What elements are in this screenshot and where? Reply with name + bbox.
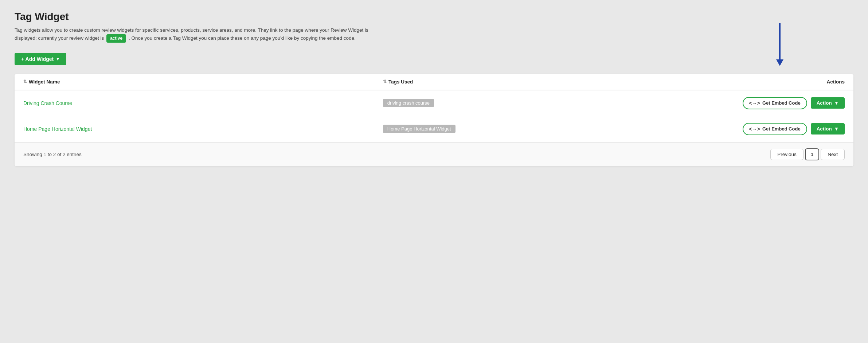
get-embed-code-button[interactable]: <→> Get Embed Code — [743, 97, 807, 109]
embed-icon: <→> — [749, 100, 760, 106]
page-number-button[interactable]: 1 — [805, 148, 820, 160]
pagination: Previous 1 Next — [770, 148, 845, 160]
widget-table: ⇅ Widget Name ⇅ Tags Used Actions Drivin… — [15, 74, 853, 166]
table-row: Home Page Horizontal Widget Home Page Ho… — [15, 116, 853, 142]
active-badge: active — [106, 34, 126, 43]
page-description: Tag widgets allow you to create custom r… — [15, 26, 379, 43]
row-actions: <→> Get Embed Code Action ▼ — [743, 97, 845, 109]
add-widget-button[interactable]: + Add Widget ▼ — [15, 53, 66, 65]
sort-icon: ⇅ — [23, 79, 27, 84]
sort-icon-tags: ⇅ — [383, 79, 387, 84]
chevron-down-icon: ▼ — [834, 126, 839, 132]
table-footer: Showing 1 to 2 of 2 entries Previous 1 N… — [15, 142, 853, 166]
embed-icon: <→> — [749, 126, 760, 132]
tags-cell: Home Page Horizontal Widget — [383, 125, 743, 133]
showing-entries-text: Showing 1 to 2 of 2 entries — [23, 152, 82, 157]
col-header-actions: Actions — [743, 79, 845, 85]
action-button[interactable]: Action ▼ — [811, 123, 845, 135]
tag-badge: Home Page Horizontal Widget — [383, 125, 455, 133]
row-actions: <→> Get Embed Code Action ▼ — [743, 123, 845, 135]
col-header-tags-used: ⇅ Tags Used — [383, 79, 743, 85]
previous-button[interactable]: Previous — [770, 149, 804, 160]
action-button[interactable]: Action ▼ — [811, 97, 845, 109]
get-embed-code-button[interactable]: <→> Get Embed Code — [743, 123, 807, 135]
chevron-down-icon: ▼ — [56, 57, 60, 61]
table-header: ⇅ Widget Name ⇅ Tags Used Actions — [15, 74, 853, 90]
table-row: Driving Crash Course driving crash cours… — [15, 90, 853, 116]
col-header-widget-name: ⇅ Widget Name — [23, 79, 383, 85]
next-button[interactable]: Next — [821, 149, 845, 160]
widget-name-cell: Home Page Horizontal Widget — [23, 126, 383, 132]
tags-cell: driving crash course — [383, 99, 743, 107]
chevron-down-icon: ▼ — [834, 100, 839, 106]
widget-name-cell: Driving Crash Course — [23, 100, 383, 106]
widget-name-link[interactable]: Driving Crash Course — [23, 100, 72, 106]
tag-badge: driving crash course — [383, 99, 434, 107]
widget-name-link[interactable]: Home Page Horizontal Widget — [23, 126, 92, 132]
page-title: Tag Widget — [15, 11, 853, 23]
